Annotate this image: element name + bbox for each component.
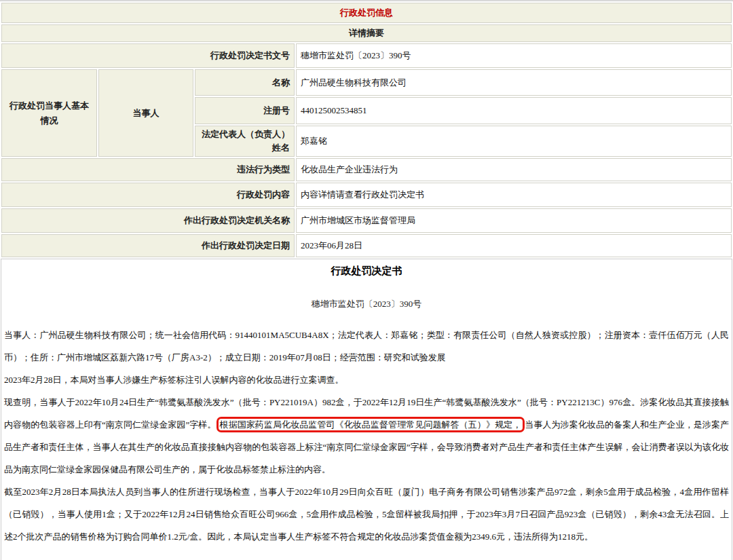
penalty-decision-document: 行政处罚决定书 穗增市监处罚〔2023〕390号 当事人：广州品硬生物科技有限公… — [1, 259, 732, 560]
penalty-content-value: 内容详情请查看行政处罚决定书 — [296, 183, 732, 207]
penalty-content-label: 行政处罚内容 — [1, 183, 295, 207]
summary-subtitle: 详情摘要 — [1, 24, 732, 42]
doc-number-value: 穗增市监处罚〔2023〕390号 — [296, 43, 732, 68]
decision-date-label: 作出行政处罚决定日期 — [1, 234, 295, 257]
table-row: 作出行政处罚决定日期 2023年06月28日 — [1, 234, 732, 257]
legal-representative-value: 郑嘉铭 — [296, 126, 732, 157]
inspection-and-value-paragraph: 截至2023年2月28日本局执法人员到当事人的住所进行现场检查，当事人于2022… — [4, 481, 729, 548]
company-name-label: 名称 — [195, 69, 295, 96]
violation-type-label: 违法行为类型 — [1, 158, 295, 181]
doc-number-label: 行政处罚决定书文号 — [1, 43, 295, 68]
authority-name-value: 广州市增城区市场监督管理局 — [296, 208, 732, 233]
regulation-highlight-box: 根据国家药监局化妆品监管司《化妆品监督管理常见问题解答（五）》规定， — [217, 417, 525, 432]
case-filing-paragraph: 2023年2月28日，本局对当事人涉嫌生产标签标注引人误解内容的化妆品进行立案调… — [4, 369, 729, 391]
violation-type-value: 化妆品生产企业违法行为 — [296, 158, 732, 181]
table-row: 行政处罚决定书文号 穗增市监处罚〔2023〕390号 — [1, 43, 732, 68]
penalty-summary-table: 行政处罚信息 详情摘要 行政处罚决定书文号 穗增市监处罚〔2023〕390号 行… — [0, 1, 733, 259]
company-name-value: 广州品硬生物科技有限公司 — [296, 69, 732, 96]
legal-representative-label: 法定代表人（负责人）姓名 — [195, 126, 295, 157]
decision-document-title: 行政处罚决定书 — [4, 265, 729, 278]
authority-name-label: 作出行政处罚决定机关名称 — [1, 208, 295, 233]
registration-number-label: 注册号 — [195, 97, 295, 124]
table-row: 行政处罚信息 — [1, 3, 732, 23]
page-frame: 行政处罚信息 详情摘要 行政处罚决定书文号 穗增市监处罚〔2023〕390号 行… — [0, 0, 733, 560]
party-section-label: 行政处罚当事人基本情况 — [1, 69, 97, 157]
decision-date-value: 2023年06月28日 — [296, 234, 732, 257]
table-row: 违法行为类型 化妆品生产企业违法行为 — [1, 158, 732, 181]
party-info-paragraph: 当事人：广州品硬生物科技有限公司；统一社会信用代码：91440101MA5CUB… — [4, 324, 729, 369]
party-label: 当事人 — [98, 69, 193, 157]
table-row: 行政处罚当事人基本情况 当事人 名称 广州品硬生物科技有限公司 — [1, 69, 732, 96]
table-row: 行政处罚内容 内容详情请查看行政处罚决定书 — [1, 183, 732, 207]
decision-document-number: 穗增市监处罚〔2023〕390号 — [4, 298, 729, 310]
table-row: 详情摘要 — [1, 24, 732, 42]
page-title: 行政处罚信息 — [1, 3, 732, 23]
table-row: 作出行政处罚决定机关名称 广州市增城区市场监督管理局 — [1, 208, 732, 233]
findings-paragraph: 现查明，当事人于2022年10月24日生产“韩鹭氨基酸洗发水”（批号：PY221… — [4, 391, 729, 481]
registration-number-value: 440125002534851 — [296, 97, 732, 124]
